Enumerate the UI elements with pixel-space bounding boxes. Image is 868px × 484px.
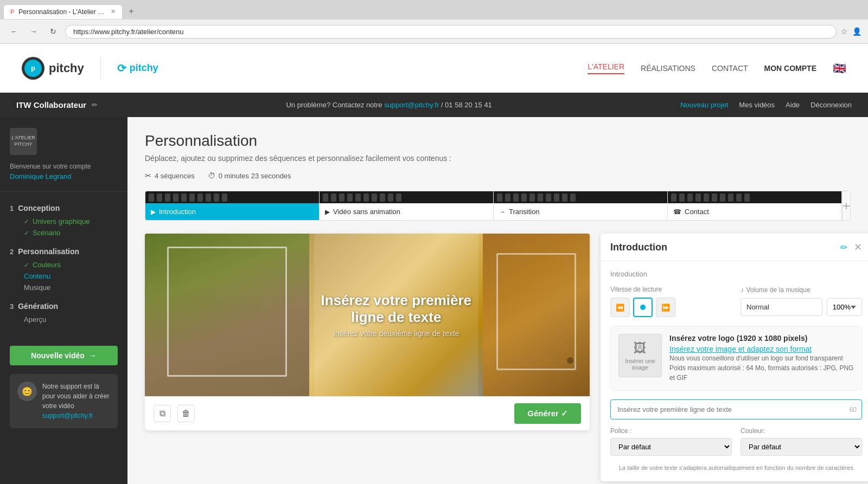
browser-address-bar: ← → ↻ https://www.pitchy.fr/atelier/cont…	[0, 20, 868, 43]
logo-divider	[100, 57, 101, 79]
tab-close-icon[interactable]: ✕	[111, 8, 116, 15]
film-hole	[521, 193, 527, 202]
film-hole	[687, 193, 693, 202]
speed-play-button[interactable]	[633, 298, 653, 317]
film-hole	[712, 193, 717, 202]
edit-project-icon[interactable]: ✏	[92, 101, 98, 109]
sub-header-center: Un problème? Contactez notre support@pit…	[286, 101, 492, 109]
film-hole	[720, 193, 725, 202]
check-icon-univers: ✓	[24, 218, 29, 225]
sidebar: L'ATELIERPITCHY Bienvenue sur votre comp…	[0, 117, 127, 484]
page-title: Personnalisation	[145, 132, 851, 150]
nav-link-contact[interactable]: CONTACT	[712, 64, 748, 73]
sidebar-username[interactable]: Dominique Legrand	[10, 172, 118, 180]
timeline-item-introduction[interactable]: ▶ Introduction	[145, 191, 320, 220]
timeline-label-video: ▶ Vidéo sans animation	[320, 203, 493, 220]
timeline-label-text-3: Transition	[509, 208, 540, 216]
preview-border-right	[496, 253, 577, 370]
timeline-item-contact[interactable]: ☎ Contact	[668, 191, 842, 220]
film-hole	[546, 193, 551, 202]
reload-button[interactable]: ↻	[46, 24, 61, 39]
mes-videos-link[interactable]: Mes vidéos	[739, 101, 775, 109]
film-hole	[529, 193, 535, 202]
timeline-label-contact: ☎ Contact	[668, 203, 841, 220]
plus-icon: +	[843, 198, 850, 214]
generate-label: Générer ✓	[527, 409, 568, 418]
copy-button[interactable]: ⧉	[154, 405, 171, 422]
forward-button[interactable]: →	[26, 24, 41, 39]
music-label: ♪ Volume de la musique	[741, 286, 862, 294]
support-email-link[interactable]: support@pitchy.fr	[42, 412, 93, 420]
character-count: 60	[850, 406, 857, 414]
aide-link[interactable]: Aide	[786, 101, 800, 109]
step-label-2[interactable]: Personnalisation	[18, 247, 79, 256]
sidebar-step-conception: 1 Conception ✓ Univers graphique ✓ Scéna…	[0, 199, 127, 243]
color-select[interactable]: Par défaut	[741, 438, 862, 456]
phone-icon-4: ☎	[673, 208, 681, 216]
new-tab-button[interactable]: +	[125, 5, 138, 18]
nav-link-realisations[interactable]: RÉALISATIONS	[641, 64, 695, 73]
sidebar-item-contenu[interactable]: Contenu	[24, 270, 118, 282]
support-phone: / 01 58 20 15 41	[441, 101, 492, 109]
film-hole	[222, 193, 227, 202]
tab-title: Personnalisation - L'Atelier Pitchy	[18, 8, 106, 16]
film-hole	[396, 193, 401, 202]
step-num-3: 3	[10, 302, 14, 311]
preview-border-left	[167, 247, 287, 377]
nav-link-atelier[interactable]: L'ATELIER	[588, 62, 624, 74]
timeline-add-button[interactable]: +	[842, 191, 850, 220]
intro-close-button[interactable]: ✕	[854, 241, 862, 253]
logo-format-link[interactable]: Insérez votre image et adaptez son forma…	[669, 345, 854, 353]
sidebar-item-musique[interactable]: Musique	[24, 282, 118, 293]
film-hole	[736, 193, 742, 202]
insert-image-button[interactable]: 🖼 Insérer une image	[618, 334, 662, 377]
browser-tab[interactable]: P Personnalisation - L'Atelier Pitchy ✕	[3, 4, 123, 19]
logo-pitchy-secondary[interactable]: ⟳ pitchy	[117, 62, 158, 75]
delete-button[interactable]: 🗑	[177, 405, 195, 422]
film-hole	[363, 193, 369, 202]
nav-link-compte[interactable]: MON COMPTE	[764, 64, 816, 73]
sidebar-item-scenario-label: Scénario	[33, 229, 60, 237]
step-label-1[interactable]: Conception	[18, 204, 60, 212]
sidebar-item-apercu[interactable]: Aperçu	[24, 314, 118, 325]
sub-header: ITW Collaborateur ✏ Un problème? Contact…	[0, 93, 868, 117]
first-line-text-input[interactable]	[610, 399, 862, 420]
support-email[interactable]: support@pitchy.fr	[384, 101, 439, 109]
new-video-button[interactable]: Nouvelle vidéo →	[10, 346, 118, 365]
intro-edit-icon[interactable]: ✏	[840, 242, 847, 253]
logo-size-text: (1920 x 1080 pixels)	[737, 334, 808, 343]
back-button[interactable]: ←	[7, 24, 22, 39]
bookmark-icon[interactable]: ☆	[841, 27, 848, 36]
deconnexion-link[interactable]: Déconnexion	[810, 101, 852, 109]
film-holes-4	[668, 192, 753, 203]
sidebar-step-items-3: Aperçu	[10, 314, 118, 325]
sidebar-item-univers[interactable]: ✓ Univers graphique	[24, 216, 118, 227]
font-select[interactable]: Par défaut	[610, 438, 732, 456]
timeline-item-transition[interactable]: → Transition	[494, 191, 668, 220]
sidebar-item-contenu-label: Contenu	[24, 272, 50, 280]
intro-panel-header: Introduction ✏ ✕	[601, 234, 868, 261]
sidebar-item-scenario[interactable]: ✓ Scénario	[24, 227, 118, 238]
browser-action-icons: ☆ 👤	[841, 27, 861, 36]
sidebar-item-couleurs[interactable]: ✓ Couleurs	[24, 259, 118, 270]
language-flag[interactable]: 🇬🇧	[833, 62, 846, 75]
film-hole	[505, 193, 510, 202]
logo-pitchy-primary[interactable]: p pitchy	[22, 57, 84, 80]
mouse-cursor	[567, 357, 573, 364]
music-volume-select[interactable]: 100% 75% 50% 25% 0%	[827, 298, 862, 316]
speed-rewind-button[interactable]: ⏪	[610, 298, 630, 317]
support-avatar: 😊	[17, 382, 37, 401]
film-hole	[181, 193, 187, 202]
timeline-item-video[interactable]: ▶ Vidéo sans animation	[320, 191, 494, 220]
step-label-3[interactable]: Génération	[18, 302, 58, 311]
film-hole	[728, 193, 733, 202]
nouveau-projet-link[interactable]: Nouveau projet	[680, 101, 728, 109]
speed-forward-button[interactable]: ⏩	[656, 298, 675, 317]
speed-active-dot	[640, 305, 646, 310]
film-hole	[214, 193, 219, 202]
address-bar[interactable]: https://www.pitchy.fr/atelier/contenu	[65, 25, 837, 38]
generate-button[interactable]: Générer ✓	[514, 403, 581, 424]
scissors-icon: ✂	[145, 171, 151, 180]
logo-title-text: Insérez votre logo	[669, 334, 735, 343]
profile-icon[interactable]: 👤	[852, 27, 861, 36]
